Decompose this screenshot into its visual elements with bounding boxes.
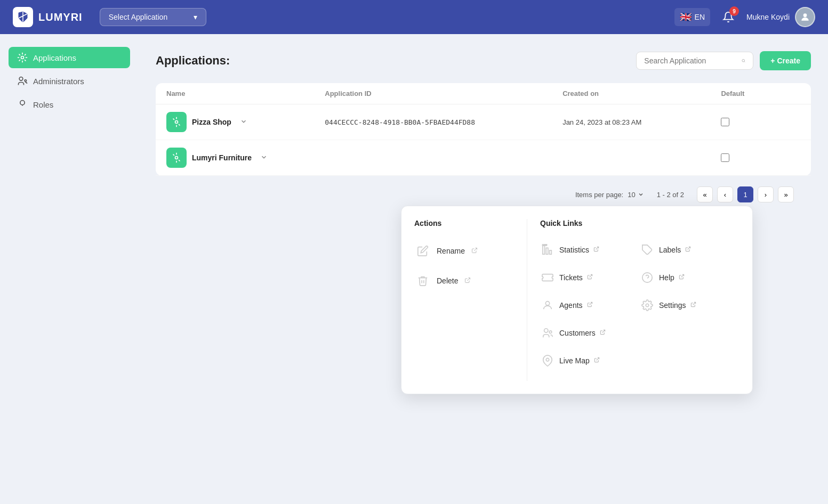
- delete-action[interactable]: Delete: [414, 272, 514, 289]
- agents-ext-icon: [587, 302, 593, 309]
- notifications-button[interactable]: 9: [719, 7, 738, 27]
- select-application-button[interactable]: Select Application ▾: [100, 8, 206, 26]
- quick-links-col2: Labels: [640, 242, 739, 381]
- user-name: Mukne Koydi: [746, 13, 790, 21]
- agents-link[interactable]: Agents: [540, 298, 640, 313]
- statistics-link[interactable]: 123 Statistics: [540, 242, 640, 257]
- rename-ext-icon: [471, 247, 478, 255]
- search-icon: [742, 56, 745, 65]
- main-content: Applications: + Create Name Application …: [139, 34, 828, 504]
- live-map-label: Live Map: [559, 356, 590, 365]
- quick-links-section: Quick Links 123: [540, 219, 739, 381]
- sidebar-item-administrators[interactable]: Administrators: [9, 70, 130, 92]
- app-name: Pizza Shop: [192, 118, 231, 126]
- svg-point-17: [642, 273, 652, 282]
- actions-popup: Actions Rename: [401, 206, 753, 394]
- app-created: Jan 24, 2023 at 08:23 AM: [562, 118, 721, 126]
- app-dropdown-button[interactable]: [257, 152, 271, 164]
- statistics-icon: 123: [540, 242, 555, 257]
- customers-icon: [540, 326, 555, 340]
- svg-point-5: [742, 59, 745, 62]
- app-id: 044CECCC-8248-4918-BB0A-5FBAED44FD88: [325, 118, 562, 126]
- svg-point-0: [803, 13, 807, 17]
- app-name: Lumyri Furniture: [192, 153, 252, 162]
- svg-point-12: [545, 302, 549, 305]
- labels-label: Labels: [659, 246, 681, 254]
- statistics-ext-icon: [593, 246, 599, 254]
- rename-action[interactable]: Rename: [414, 242, 514, 259]
- delete-ext-icon: [464, 277, 471, 285]
- svg-rect-9: [546, 248, 548, 254]
- tickets-icon: [540, 270, 555, 285]
- create-button[interactable]: + Create: [760, 51, 811, 70]
- sidebar-item-label: Applications: [33, 53, 76, 62]
- svg-point-6: [175, 121, 178, 124]
- agents-icon: [540, 298, 555, 313]
- actions-section: Actions Rename: [414, 219, 514, 381]
- table-row: Pizza Shop 044CECCC-8248-4918-BB0A-5FBAE…: [156, 104, 811, 140]
- app-name-cell: Lumyri Furniture: [166, 148, 325, 168]
- next-page-button[interactable]: ›: [758, 186, 774, 202]
- page-header: Applications: + Create: [156, 51, 811, 70]
- first-page-button[interactable]: «: [697, 186, 713, 202]
- help-link[interactable]: Help: [640, 270, 739, 285]
- tickets-ext-icon: [587, 274, 593, 281]
- labels-link[interactable]: Labels: [640, 242, 739, 257]
- svg-point-14: [549, 331, 552, 334]
- per-page-select[interactable]: 10: [628, 191, 644, 199]
- statistics-label: Statistics: [559, 246, 589, 254]
- chevron-down-icon: [638, 191, 644, 198]
- sidebar: Applications Administrators Roles: [0, 34, 139, 504]
- app-dropdown-button[interactable]: [237, 117, 251, 128]
- svg-point-1: [21, 56, 24, 59]
- actions-title: Actions: [414, 219, 514, 232]
- sidebar-item-label: Administrators: [33, 77, 84, 86]
- language-selector[interactable]: 🇬🇧 EN: [674, 8, 710, 26]
- prev-page-button[interactable]: ‹: [717, 186, 733, 202]
- last-page-button[interactable]: »: [778, 186, 794, 202]
- col-id: Application ID: [325, 90, 562, 97]
- user-menu[interactable]: Mukne Koydi: [746, 7, 815, 27]
- logo-area: LUMYRI: [13, 7, 83, 27]
- sidebar-item-roles[interactable]: Roles: [9, 94, 130, 115]
- avatar: [795, 7, 815, 27]
- page-1-button[interactable]: 1: [737, 186, 753, 202]
- svg-point-4: [20, 101, 25, 105]
- rename-label: Rename: [437, 247, 465, 255]
- flag-icon: 🇬🇧: [680, 11, 692, 23]
- app-icon: [166, 148, 187, 168]
- svg-point-18: [646, 304, 649, 307]
- search-input[interactable]: [644, 56, 737, 65]
- tickets-link[interactable]: Tickets: [540, 270, 640, 285]
- settings-label: Settings: [659, 301, 686, 310]
- page-title: Applications:: [156, 54, 230, 68]
- customers-link[interactable]: Customers: [540, 326, 640, 340]
- quick-links-grid: 123 Statistics: [540, 242, 739, 381]
- sidebar-item-applications[interactable]: Applications: [9, 47, 130, 68]
- col-default: Default: [721, 90, 800, 97]
- help-ext-icon: [679, 274, 685, 281]
- quick-links-col1: 123 Statistics: [540, 242, 640, 381]
- notification-badge: 9: [729, 6, 739, 16]
- app-icon: [166, 112, 187, 132]
- svg-rect-8: [543, 246, 545, 255]
- table-row: Lumyri Furniture: [156, 140, 811, 176]
- app-name-cell: Pizza Shop: [166, 112, 325, 132]
- items-per-page-label: Items per page:: [575, 191, 623, 199]
- delete-icon: [414, 272, 431, 289]
- per-page-value: 10: [628, 191, 635, 199]
- col-name: Name: [166, 90, 325, 97]
- header: LUMYRI Select Application ▾ 🇬🇧 EN 9 Mukn…: [0, 0, 828, 34]
- app-default-checkbox[interactable]: [721, 153, 729, 162]
- svg-point-7: [175, 157, 178, 159]
- app-default-checkbox[interactable]: [721, 118, 729, 126]
- layout: Applications Administrators Roles Applic…: [0, 34, 828, 504]
- quick-links-title: Quick Links: [540, 219, 739, 232]
- live-map-link[interactable]: Live Map: [540, 353, 640, 368]
- svg-point-2: [19, 77, 23, 81]
- table-header: Name Application ID Created on Default: [156, 83, 811, 104]
- settings-link[interactable]: Settings: [640, 298, 739, 313]
- customers-label: Customers: [559, 329, 596, 337]
- agents-label: Agents: [559, 301, 583, 310]
- delete-label: Delete: [437, 277, 458, 285]
